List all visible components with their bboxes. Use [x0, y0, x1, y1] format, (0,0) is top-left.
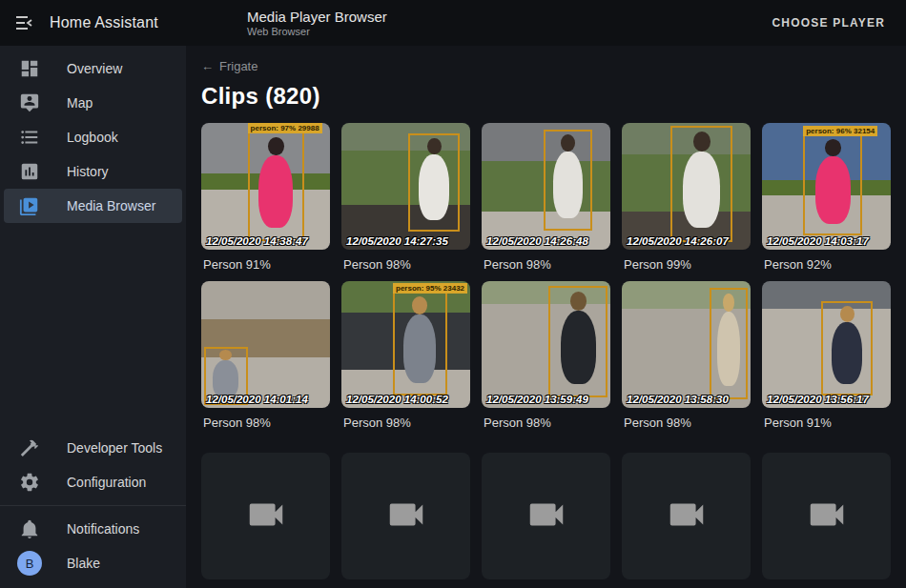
- hammer-icon: [19, 437, 40, 458]
- folder-item[interactable]: Today (164): [201, 453, 330, 588]
- chart-box-icon: [19, 161, 40, 182]
- clip-timestamp: 12/05/2020 14:01:14: [206, 394, 308, 405]
- detection-box: [548, 286, 607, 397]
- folder-item[interactable]: Last Month (318): [622, 453, 751, 588]
- sidebar: OverviewMapLogbookHistoryMedia Browser D…: [0, 46, 186, 588]
- sidebar-item-label: Developer Tools: [67, 440, 162, 456]
- sidebar-item-label: History: [67, 164, 109, 179]
- sidebar-item-label: Media Browser: [67, 198, 155, 213]
- sidebar-item-history[interactable]: History: [4, 154, 182, 189]
- clip-caption: Person 92%: [762, 257, 891, 272]
- sidebar-item-map[interactable]: Map: [4, 86, 182, 120]
- sidebar-item-notifications[interactable]: Notifications: [4, 512, 182, 546]
- folder-thumbnail: [201, 453, 330, 579]
- clip-item[interactable]: 12/05/2020 14:26:07Person 99%: [622, 123, 751, 272]
- clip-item[interactable]: 12/05/2020 13:59:49Person 98%: [482, 281, 610, 430]
- folder-thumbnail: [482, 453, 610, 579]
- sidebar-item-developer-tools[interactable]: Developer Tools: [4, 431, 182, 465]
- clip-thumbnail: 12/05/2020 13:56:17: [762, 281, 891, 408]
- sidebar-item-label: Map: [67, 95, 93, 111]
- detection-box: person: 95% 23432: [393, 292, 447, 395]
- clip-caption: Person 91%: [201, 257, 330, 272]
- sidebar-item-configuration[interactable]: Configuration: [4, 465, 182, 499]
- clip-caption: Person 99%: [622, 257, 751, 272]
- video-camera-icon: [525, 493, 568, 540]
- clip-thumbnail: person: 97% 2998812/05/2020 14:38:47: [201, 123, 330, 250]
- sidebar-bottom-nav: Notifications: [0, 512, 186, 546]
- sidebar-item-media-browser[interactable]: Media Browser: [4, 189, 182, 223]
- folder-item[interactable]: Yesterday (209): [341, 453, 470, 588]
- clip-thumbnail: 12/05/2020 13:58:30: [622, 281, 751, 408]
- app-title: Home Assistant: [50, 14, 158, 31]
- video-camera-icon: [665, 493, 709, 540]
- sidebar-item-label: Configuration: [67, 475, 146, 490]
- clip-caption: Person 98%: [622, 416, 751, 430]
- page-heading: Clips (820): [201, 83, 891, 110]
- detection-label: person: 97% 29988: [248, 123, 322, 133]
- sidebar-item-label: Logbook: [67, 130, 118, 145]
- clip-caption: Person 98%: [201, 416, 330, 430]
- clip-item[interactable]: 12/05/2020 13:56:17Person 91%: [762, 281, 891, 430]
- sidebar-nav: OverviewMapLogbookHistoryMedia Browser: [0, 51, 186, 223]
- clip-thumbnail: 12/05/2020 14:26:48: [482, 123, 610, 250]
- page-title: Media Player Browser: [247, 9, 387, 25]
- folder-thumbnail: [622, 453, 751, 579]
- clip-timestamp: 12/05/2020 13:59:49: [486, 394, 588, 405]
- folder-thumbnail: [341, 453, 470, 579]
- tooltip-account-icon: [19, 92, 40, 113]
- detection-box: [408, 133, 460, 233]
- clip-thumbnail: 12/05/2020 14:26:07: [622, 123, 751, 250]
- detection-label: person: 96% 32154: [803, 126, 877, 136]
- sidebar-header: Home Assistant: [0, 11, 186, 34]
- clip-caption: Person 98%: [341, 257, 470, 272]
- detection-box: [710, 288, 749, 399]
- clip-timestamp: 12/05/2020 14:00:52: [346, 394, 448, 405]
- sidebar-item-user[interactable]: B Blake: [4, 546, 182, 580]
- clip-thumbnail: 12/05/2020 14:27:35: [341, 123, 470, 250]
- clip-caption: Person 98%: [341, 416, 470, 430]
- folder-item[interactable]: Back (427): [762, 453, 891, 588]
- clip-timestamp: 12/05/2020 14:26:48: [486, 235, 588, 247]
- folders-grid: Today (164)Yesterday (209)This Month (50…: [201, 453, 891, 588]
- clip-item[interactable]: person: 95% 2343212/05/2020 14:00:52Pers…: [341, 281, 470, 430]
- video-camera-icon: [384, 493, 428, 540]
- clip-item[interactable]: 12/05/2020 14:27:35Person 98%: [341, 123, 470, 272]
- clip-item[interactable]: 12/05/2020 14:01:14Person 98%: [201, 281, 330, 430]
- video-camera-icon: [805, 493, 849, 540]
- clip-timestamp: 12/05/2020 14:27:35: [346, 235, 448, 247]
- breadcrumb-back[interactable]: ← Frigate: [201, 59, 257, 73]
- clip-thumbnail: person: 96% 3215412/05/2020 14:03:17: [762, 123, 891, 250]
- clips-grid: person: 97% 2998812/05/2020 14:38:47Pers…: [201, 123, 891, 439]
- page-subtitle: Web Browser: [247, 26, 387, 37]
- clip-item[interactable]: 12/05/2020 14:26:48Person 98%: [482, 123, 610, 272]
- detection-label: person: 95% 23432: [393, 283, 467, 294]
- bell-icon: [19, 518, 40, 539]
- detection-box: person: 97% 29988: [248, 132, 304, 240]
- clip-item[interactable]: person: 96% 3215412/05/2020 14:03:17Pers…: [762, 123, 891, 272]
- sidebar-item-logbook[interactable]: Logbook: [4, 120, 182, 154]
- app-header: Home Assistant Media Player Browser Web …: [0, 0, 906, 46]
- sidebar-item-overview[interactable]: Overview: [4, 51, 182, 86]
- sidebar-spacer: [0, 223, 186, 431]
- folder-item[interactable]: This Month (502): [482, 453, 610, 588]
- clip-timestamp: 12/05/2020 13:56:17: [767, 394, 869, 405]
- clip-thumbnail: person: 95% 2343212/05/2020 14:00:52: [341, 281, 470, 408]
- detection-box: [670, 126, 732, 242]
- clip-timestamp: 12/05/2020 13:58:30: [627, 394, 729, 405]
- sidebar-divider: [0, 505, 186, 506]
- clip-thumbnail: 12/05/2020 14:01:14: [201, 281, 330, 408]
- play-box-multiple-icon: [19, 195, 40, 216]
- folder-thumbnail: [762, 453, 891, 579]
- clip-item[interactable]: 12/05/2020 13:58:30Person 98%: [622, 281, 751, 430]
- clip-item[interactable]: person: 97% 2998812/05/2020 14:38:47Pers…: [201, 123, 330, 272]
- clip-caption: Person 98%: [482, 257, 610, 272]
- clip-caption: Person 98%: [482, 416, 610, 430]
- detection-box: [821, 301, 873, 395]
- clip-timestamp: 12/05/2020 14:26:07: [627, 235, 729, 247]
- sidebar-toggle-icon[interactable]: [13, 11, 36, 34]
- sidebar-footer-nav: Developer ToolsConfiguration: [0, 431, 186, 499]
- detection-box: [544, 130, 592, 231]
- choose-player-button[interactable]: CHOOSE PLAYER: [764, 9, 893, 37]
- cog-icon: [19, 472, 40, 493]
- sidebar-item-label: Notifications: [67, 521, 139, 537]
